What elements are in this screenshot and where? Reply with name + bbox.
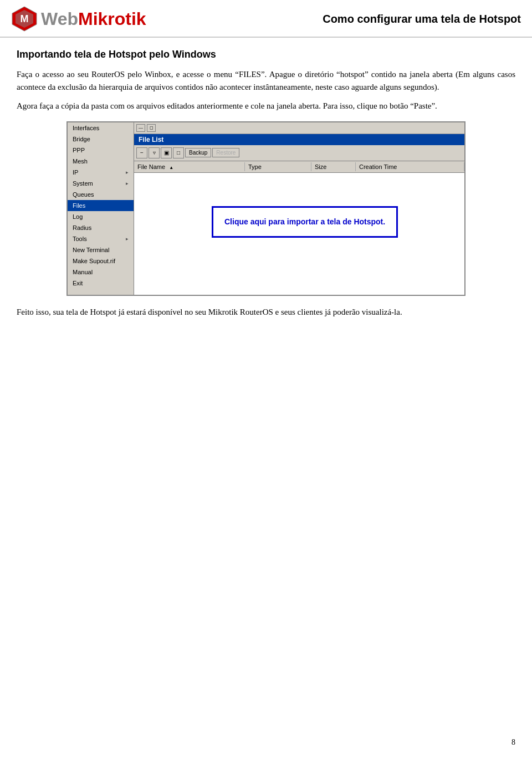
restore-button-tb[interactable]: Restore	[212, 148, 239, 157]
logo-web-text: WebMikrotik	[41, 9, 146, 29]
filelist-body: Clique aqui para importar a tela de Hots…	[134, 173, 464, 295]
ip-arrow-icon: ▸	[126, 170, 129, 175]
sort-arrow-icon: ▲	[169, 165, 173, 170]
logo-text: WebMikrotik	[41, 9, 146, 29]
filelist-toolbar: − ▿ ▣ □ Backup Restore	[134, 145, 464, 161]
sidebar-item-log[interactable]: Log	[68, 211, 134, 222]
winbox-top-controls: — ◻	[134, 122, 464, 134]
tools-arrow-icon: ▸	[126, 236, 129, 242]
col-header-size: Size	[311, 162, 356, 171]
filelist-titlebar: File List	[134, 134, 464, 145]
system-arrow-icon: ▸	[126, 181, 129, 186]
paragraph-1: Faça o acesso ao seu RouterOS pelo Winbo…	[17, 68, 515, 93]
sidebar-item-new-terminal[interactable]: New Terminal	[68, 244, 134, 255]
toolbar-icon-paste[interactable]: □	[173, 147, 184, 158]
header-title: Como configurar uma tela de Hotspot	[323, 13, 521, 25]
toolbar-icon-filter[interactable]: ▿	[149, 147, 160, 158]
logo: M WebMikrotik	[11, 6, 146, 32]
winbox-screenshot: Interfaces Bridge PPP Mesh IP ▸ System ▸…	[66, 121, 466, 296]
page-number: 8	[511, 738, 515, 747]
col-header-filename: File Name ▲	[134, 162, 245, 171]
sidebar-item-interfaces[interactable]: Interfaces	[68, 122, 134, 134]
page-header: M WebMikrotik Como configurar uma tela d…	[0, 0, 532, 38]
sidebar-item-manual[interactable]: Manual	[68, 267, 134, 278]
winbox-sidebar: Interfaces Bridge PPP Mesh IP ▸ System ▸…	[68, 122, 134, 295]
col-header-creation-time: Creation Time	[356, 162, 464, 171]
sidebar-item-bridge[interactable]: Bridge	[68, 134, 134, 145]
section-title: Importando tela de Hotspot pelo Windows	[17, 49, 515, 60]
sidebar-item-system[interactable]: System ▸	[68, 178, 134, 189]
winbox-main-panel: — ◻ File List − ▿ ▣ □ Backup Restore Fil…	[134, 122, 464, 295]
toolbar-icon-minus[interactable]: −	[136, 147, 147, 158]
sidebar-item-mesh[interactable]: Mesh	[68, 156, 134, 167]
paragraph-2: Agora faça a cópia da pasta com os arqui…	[17, 100, 515, 112]
col-header-type: Type	[245, 162, 311, 171]
bottom-paragraph: Feito isso, sua tela de Hotspot já estar…	[17, 306, 515, 319]
sidebar-item-ip[interactable]: IP ▸	[68, 167, 134, 178]
sidebar-item-files[interactable]: Files	[68, 200, 134, 211]
sidebar-item-queues[interactable]: Queues	[68, 189, 134, 200]
backup-button[interactable]: Backup	[185, 148, 211, 157]
sidebar-item-tools[interactable]: Tools ▸	[68, 233, 134, 244]
sidebar-item-ppp[interactable]: PPP	[68, 145, 134, 156]
restore-button[interactable]: ◻	[147, 124, 156, 132]
toolbar-icon-copy[interactable]: ▣	[161, 147, 172, 158]
sidebar-item-radius[interactable]: Radius	[68, 222, 134, 233]
filelist-table-header: File Name ▲ Type Size Creation Time	[134, 161, 464, 173]
sidebar-item-exit[interactable]: Exit	[68, 278, 134, 289]
sidebar-item-make-supout[interactable]: Make Supout.rif	[68, 255, 134, 267]
page-content: Importando tela de Hotspot pelo Windows …	[0, 38, 532, 336]
minimize-button[interactable]: —	[136, 124, 145, 132]
svg-text:M: M	[21, 13, 29, 24]
annotation-import-box[interactable]: Clique aqui para importar a tela de Hots…	[212, 206, 398, 238]
logo-icon: M	[11, 6, 38, 32]
